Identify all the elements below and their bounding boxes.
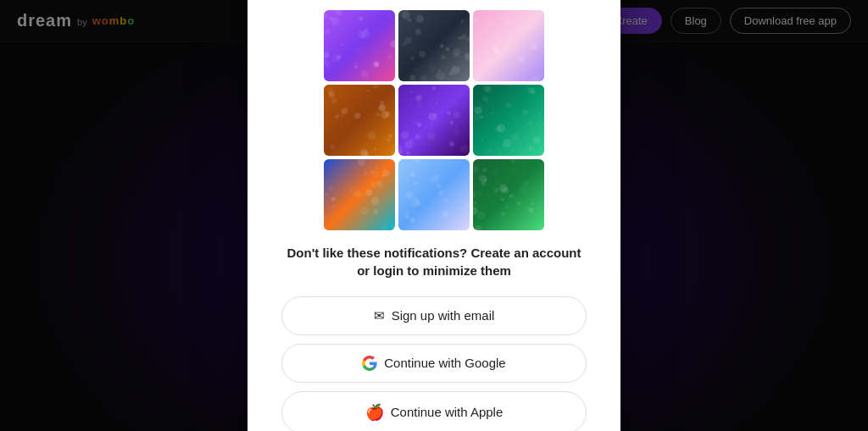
artwork-grid xyxy=(324,10,544,230)
email-icon: ✉ xyxy=(374,308,385,323)
artwork-cell xyxy=(398,10,470,81)
sign-up-email-button[interactable]: ✉ Sign up with email xyxy=(281,296,587,335)
artwork-cell xyxy=(324,159,395,230)
google-icon xyxy=(362,356,377,371)
apple-icon: 🍎 xyxy=(365,403,384,422)
continue-google-button[interactable]: Continue with Google xyxy=(281,344,587,383)
artwork-cell xyxy=(398,85,470,156)
login-modal: × Login to reduce notifications Don't li… xyxy=(248,0,620,431)
artwork-cell xyxy=(473,159,544,230)
modal-subtitle: Don't like these notifications? Create a… xyxy=(281,244,587,279)
artwork-cell xyxy=(473,85,544,156)
artwork-cell xyxy=(324,85,395,156)
artwork-cell xyxy=(473,10,544,81)
sign-up-email-label: Sign up with email xyxy=(392,308,495,323)
continue-google-label: Continue with Google xyxy=(384,356,505,370)
artwork-cell xyxy=(324,10,395,81)
modal-overlay: × Login to reduce notifications Don't li… xyxy=(0,0,868,431)
continue-apple-label: Continue with Apple xyxy=(391,405,504,419)
continue-apple-button[interactable]: 🍎 Continue with Apple xyxy=(281,391,587,432)
artwork-cell xyxy=(398,159,470,230)
